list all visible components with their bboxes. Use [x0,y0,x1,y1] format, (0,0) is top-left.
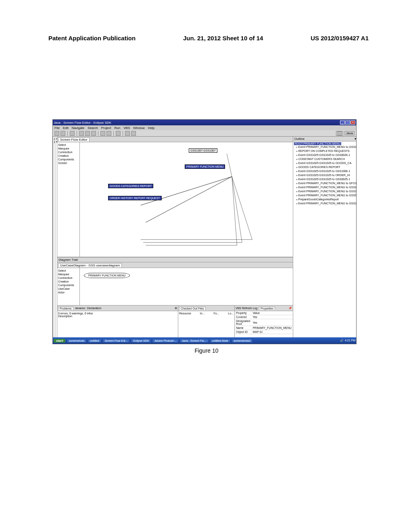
header-center: Jun. 21, 2012 Sheet 10 of 14 [183,35,263,42]
filter-icon[interactable]: ⚙ [175,307,177,310]
taskbar-item[interactable]: untitled-Note [210,339,230,343]
list-item[interactable]: PrepareGoodsCategoriesReport [296,197,357,202]
new-class-icon[interactable] [106,131,111,136]
palette-screen[interactable]: Screen [58,161,79,165]
tab-javadoc[interactable]: Javadoc [75,307,86,310]
run-icon[interactable] [85,131,90,136]
list-item[interactable]: Event PRIMARY_FUNCTION_MENU to GSS5 [296,193,357,197]
palette-connection[interactable]: Connection [58,150,79,154]
usecase-node-primary-menu[interactable]: PRIMARY FUNCTION MENU [84,273,130,278]
outline-view[interactable]: Outline ▾ ROOT:PRIMARY FUNCTION MENU Eve… [293,137,357,337]
screen-flow-editor: Select Marquee Connection Creation Compo… [57,142,293,257]
tab-screen-flow-editor[interactable]: Screen Flow Editor [58,137,90,141]
taskbar-item[interactable]: Adobe Photosh... [152,339,178,343]
debug-icon[interactable] [79,131,84,136]
tab-problems[interactable]: Problems [58,307,73,310]
node-gss1007[interactable]: GSS1007:GSS1007 [189,148,217,153]
menu-navigate[interactable]: Navigate [72,126,85,130]
list-item[interactable]: Event PRIMARY_FUNCTION_MENU to GSS2 [296,185,357,189]
list-item[interactable]: Event PRIMARY_FUNCTION_MENU to GSS1 [296,145,357,149]
new-icon[interactable] [54,131,59,136]
palette-components[interactable]: Components [58,158,79,161]
header-left: Patent Application Publication [48,35,136,42]
tab-properties[interactable]: Properties [259,307,275,310]
palette-select[interactable]: Select [58,143,79,147]
list-item[interactable]: Event GSS1025:GSS1025 to GSS1006-1 [296,169,357,173]
figure-caption: Figure 10 [0,347,413,354]
menu-run[interactable]: Run [115,126,121,130]
forward-icon[interactable] [131,131,136,136]
palette-marquee[interactable]: Marquee [58,272,79,276]
palette-components[interactable]: Components [58,283,79,287]
outline-menu-icon[interactable]: ▾ [355,137,356,141]
taskbar-item[interactable]: screenshots2 [232,339,253,343]
menu-vbs[interactable]: VBS [123,126,130,130]
palette-select[interactable]: Select [58,269,79,272]
problems-view[interactable]: Problems Javadoc Declaration ⚙ 0 errors,… [57,305,178,337]
menu-search[interactable]: Search [88,126,98,130]
list-item[interactable]: Event PRIMARY_FUNCTION_MENU to GSS1 [296,202,357,206]
minimize-button[interactable]: _ [340,121,345,125]
palette-actor[interactable]: Actor [58,291,79,294]
list-item[interactable]: CONSTANT CUSTOMERS SEARCH [296,157,357,161]
new-package-icon[interactable] [100,131,105,136]
palette-creation[interactable]: Creation [58,280,79,283]
close-button[interactable]: × [350,121,355,125]
menu-window[interactable]: Window [133,126,144,130]
save-icon[interactable] [60,131,65,136]
tray-icon[interactable]: 🔊 [340,339,344,342]
start-button[interactable]: start [54,339,65,343]
checked-out-files-view[interactable]: Checked Out Files Resource In... Fo... L… [178,305,235,337]
usecase-canvas[interactable]: PRIMARY FUNCTION MENU [80,268,293,305]
menu-help[interactable]: Help [148,126,154,130]
list-item[interactable]: REPORT ON COMPLETED REQUESTS [296,149,357,153]
menu-bar: File Edit Navigate Search Project Run VB… [53,125,356,130]
list-item[interactable]: Event GSS1025:GSS1025 to GSS0026-1 [296,153,357,157]
palette-creation[interactable]: Creation [58,154,79,158]
taskbar-item[interactable]: screenshots [67,339,86,343]
palette-marquee[interactable]: Marquee [58,147,79,150]
node-order-history-report[interactable]: ORDER HISTORY REPORT REQUEST [108,196,162,200]
taskbar-item[interactable]: Eclipse SDK [131,339,151,343]
search-icon[interactable] [116,131,121,136]
menu-edit[interactable]: Edit [63,126,69,130]
list-item[interactable]: Event GSS1025:GSS1025 to GSS0025-1 [296,177,357,181]
taskbar-item[interactable]: Java - Screen Flo... [180,339,209,343]
table-row[interactable]: CoveredYes [235,315,293,319]
table-row[interactable]: Designated RootYes [235,319,293,326]
node-goods-categories-report[interactable]: GOODS CATEGORIES REPORT [108,184,153,188]
tab-declaration[interactable]: Declaration [87,307,101,310]
pin-icon[interactable]: 📌 [288,307,292,310]
taskbar-item[interactable]: untitled [88,339,101,343]
node-primary-function-menu[interactable]: PRIMARY FUNCTION MENU [185,164,225,169]
tab-usecase-diagram[interactable]: UseCaseDiagram - GSS usecasediagram [58,263,122,267]
outline-root-node[interactable]: ROOT:PRIMARY FUNCTION MENU [294,142,342,145]
open-perspective-button[interactable] [336,131,343,136]
list-item[interactable]: Event GSS1025:GSS1025 to GOODS_CA [296,161,357,165]
tray-clock[interactable]: 4:21 PM [345,339,355,342]
table-row[interactable]: NamePRIMARY_FUNCTION_MENU [235,326,293,330]
flow-palette: Select Marquee Connection Creation Compo… [57,142,80,257]
ext-tools-icon[interactable] [91,131,96,136]
window-title: Java - Screen Flow Editor - Eclipse SDK [54,121,111,125]
list-item[interactable]: Event PRIMARY_FUNCTION_MENU to GSS3 [296,189,357,193]
taskbar-item[interactable]: Screen Flow Edi... [103,339,130,343]
tab-checked-out-files[interactable]: Checked Out Files [179,307,206,310]
menu-file[interactable]: File [54,126,60,130]
palette-connection[interactable]: Connection [58,276,79,280]
list-item[interactable]: Event GSS1025:GSS1025 to ORDER_HI [296,173,357,177]
back-icon[interactable] [125,131,130,136]
list-item[interactable]: Event PRIMARY_FUNCTION_MENU to GFO1 [296,181,357,185]
tab-vbs-refresh-log[interactable]: VBS Refresh Log [236,307,257,310]
properties-col-value: Value [251,311,292,315]
flow-canvas[interactable]: PRIMARY FUNCTION MENU GSS1007:GSS1007 GO… [80,142,293,257]
table-row[interactable]: Object IDMAP:31 [235,330,293,334]
list-item[interactable]: GOODS CATEGORIES REPORT [296,165,357,169]
java-perspective-button[interactable]: Java [344,131,355,135]
menu-project[interactable]: Project [101,126,111,130]
outline-tree[interactable]: Event PRIMARY_FUNCTION_MENU to GSS1 REPO… [294,145,357,206]
print-icon[interactable] [70,131,75,136]
maximize-button[interactable]: □ [345,121,350,125]
palette-usecase[interactable]: UseCase [58,287,79,291]
properties-view[interactable]: VBS Refresh Log Properties 📌 Property Va… [235,305,293,337]
